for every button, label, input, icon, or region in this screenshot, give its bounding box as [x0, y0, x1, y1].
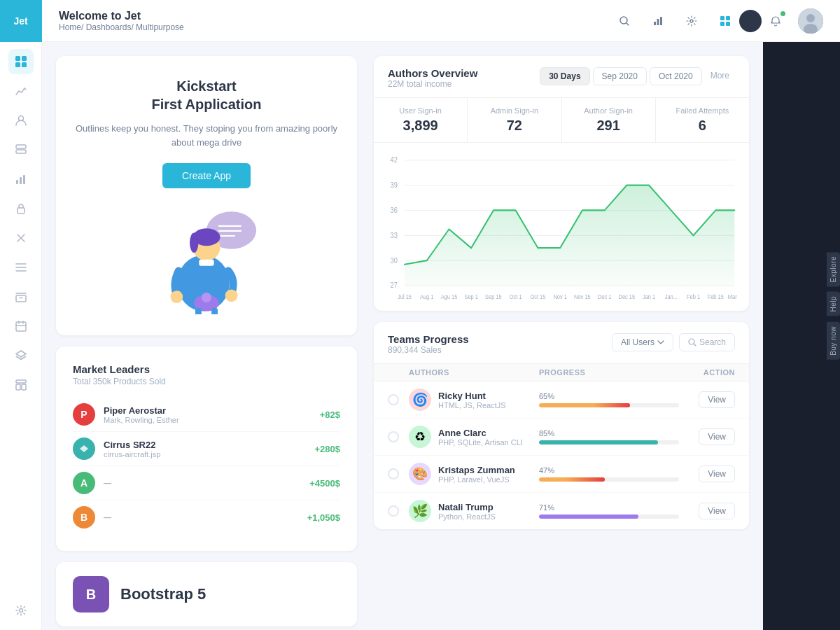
view-button-natali[interactable]: View	[699, 503, 735, 519]
team-action-kristaps: View	[679, 465, 735, 482]
sidebar: Jet	[0, 0, 42, 630]
svg-text:Oct 15: Oct 15	[530, 293, 545, 300]
settings-icon[interactable]	[680, 10, 703, 32]
team-progress-natali: 71%	[539, 503, 679, 519]
svg-rect-18	[16, 322, 26, 331]
stat-value-failed: 6	[662, 118, 743, 134]
tab-30days[interactable]: 30 Days	[540, 67, 589, 85]
svg-text:Jan...: Jan...	[665, 293, 678, 300]
team-avatar-natali: 🌿	[409, 500, 431, 522]
svg-text:30: 30	[390, 256, 398, 265]
team-name-ricky: Ricky Hunt	[438, 391, 506, 401]
tab-more[interactable]: More	[705, 67, 735, 85]
market-name-item3: —	[104, 479, 301, 487]
svg-text:Dec 1: Dec 1	[598, 293, 612, 300]
stat-label-admin: Admin Sign-in	[473, 106, 555, 115]
sidebar-item-lock[interactable]	[8, 196, 34, 221]
team-skills-anne: PHP, SQLite, Artisan CLI	[438, 438, 523, 447]
sidebar-item-menu[interactable]	[8, 255, 34, 280]
market-logo-cirrus	[73, 438, 95, 460]
sidebar-item-settings[interactable]	[8, 598, 34, 623]
notification-icon[interactable]	[764, 10, 787, 32]
svg-rect-16	[16, 295, 26, 302]
all-users-filter[interactable]: All Users	[612, 333, 673, 351]
teams-progress-card: Teams Progress 890,344 Sales All Users S…	[374, 322, 749, 529]
view-button-kristaps[interactable]: View	[699, 465, 735, 482]
sidebar-item-layers[interactable]	[8, 343, 34, 368]
bootstrap-text: Bootstrap 5	[120, 585, 206, 603]
svg-text:27: 27	[390, 281, 398, 290]
progress-bar-bg-ricky	[539, 403, 679, 407]
kickstart-description: Outlines keep you honest. They stoping y…	[73, 122, 340, 149]
row-check[interactable]	[388, 468, 409, 479]
sidebar-item-layout[interactable]	[8, 372, 34, 398]
tab-sep2020[interactable]: Sep 2020	[593, 67, 647, 85]
market-card: Market Leaders Total 350k Products Sold …	[56, 346, 357, 551]
progress-bar-fill-kristaps	[539, 477, 605, 482]
help-tab[interactable]: Help	[827, 292, 840, 316]
teams-search[interactable]: Search	[679, 333, 735, 351]
team-progress-ricky: 65%	[539, 392, 679, 407]
team-info-ricky: Ricky Hunt HTML, JS, ReactJS	[438, 391, 506, 410]
progress-bar-bg-kristaps	[539, 477, 679, 482]
dark-panel: Explore Help Buy now	[763, 42, 840, 630]
market-price-cirrus: +280$	[314, 444, 340, 454]
avatar[interactable]	[798, 8, 823, 34]
table-row: 🎨 Kristaps Zumman PHP, Laravel, VueJS 47…	[374, 456, 749, 493]
header-left: Welcome to Jet Home/ Dashboards/ Multipu…	[59, 10, 184, 32]
explore-tab[interactable]: Explore	[827, 252, 840, 286]
market-price-item3: +4500$	[309, 478, 340, 489]
right-panel: Authors Overview 22M total income 30 Day…	[371, 42, 763, 630]
app-logo[interactable]: Jet	[0, 0, 42, 42]
sidebar-item-calendar[interactable]	[8, 314, 34, 339]
authors-tabs: 30 Days Sep 2020 Oct 2020 More	[540, 67, 735, 85]
svg-rect-22	[16, 380, 26, 383]
sidebar-item-server[interactable]	[8, 137, 34, 162]
svg-point-37	[806, 14, 815, 22]
svg-rect-30	[660, 17, 662, 25]
stat-label-user: User Sign-in	[379, 106, 461, 115]
svg-rect-2	[15, 62, 20, 67]
row-check[interactable]	[388, 394, 409, 405]
stat-admin-signin: Admin Sign-in 72	[468, 98, 561, 142]
chart-icon[interactable]	[647, 10, 669, 32]
teams-subtitle: 890,344 Sales	[388, 345, 469, 355]
svg-text:Jul 15: Jul 15	[398, 293, 412, 300]
svg-point-25	[19, 609, 22, 612]
sidebar-item-user[interactable]	[8, 108, 34, 133]
team-author-natali: 🌿 Natali Trump Python, ReactJS	[409, 500, 539, 522]
team-avatar-anne: ♻	[409, 426, 431, 448]
market-title: Market Leaders	[73, 363, 340, 375]
th-check	[388, 368, 409, 377]
progress-bar-bg-natali	[539, 514, 679, 519]
breadcrumb-page: Multipurpose	[136, 22, 184, 32]
sidebar-item-dashboard[interactable]	[8, 49, 34, 74]
sidebar-item-chart[interactable]	[8, 78, 34, 104]
search-icon[interactable]	[613, 10, 636, 32]
dark-mode-button[interactable]	[739, 10, 762, 32]
view-button-ricky[interactable]: View	[699, 391, 735, 408]
stat-value-admin: 72	[473, 118, 555, 134]
svg-rect-10	[18, 208, 24, 214]
create-app-button[interactable]: Create App	[162, 163, 251, 188]
svg-text:36: 36	[390, 206, 398, 214]
svg-rect-29	[657, 19, 659, 25]
view-button-anne[interactable]: View	[699, 428, 735, 445]
sidebar-item-analytics[interactable]	[8, 167, 34, 192]
team-info-anne: Anne Clarc PHP, SQLite, Artisan CLI	[438, 428, 523, 447]
team-name-anne: Anne Clarc	[438, 428, 523, 438]
tab-oct2020[interactable]: Oct 2020	[650, 67, 702, 85]
svg-rect-56	[195, 308, 202, 314]
row-check[interactable]	[388, 431, 409, 442]
sidebar-item-close[interactable]	[8, 225, 34, 251]
svg-point-55	[202, 293, 211, 302]
stat-value-user: 3,899	[379, 118, 461, 134]
teams-table-header: AUTHORS PROGRESS ACTION	[374, 363, 749, 382]
team-name-kristaps: Kristaps Zumman	[438, 465, 515, 475]
buy-now-tab[interactable]: Buy now	[827, 322, 840, 360]
grid-view-button[interactable]	[714, 10, 736, 32]
sidebar-item-archive[interactable]	[8, 284, 34, 309]
breadcrumb-home: Home/	[59, 22, 83, 32]
row-check[interactable]	[388, 505, 409, 517]
svg-rect-24	[22, 384, 26, 390]
